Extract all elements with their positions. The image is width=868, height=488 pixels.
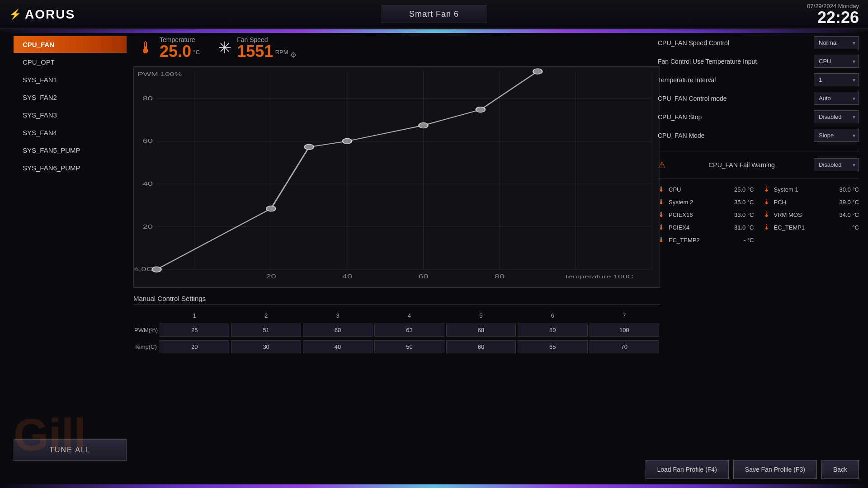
fan-stop-select[interactable]: DisabledEnabled (814, 110, 859, 123)
fanspeed-value: 1551 (237, 42, 273, 61)
temp-sensor-name: System 2 (669, 199, 731, 206)
temp-input-7[interactable] (590, 340, 659, 353)
temp-input-label: Fan Control Use Temperature Input (658, 58, 814, 65)
fail-warning-label: CPU_FAN Fail Warning (708, 161, 775, 169)
curve-point-6 (476, 107, 485, 113)
temp-unit: °C (193, 49, 200, 56)
temp-input-4[interactable] (374, 340, 444, 353)
fail-warning-select[interactable]: DisabledEnabled (814, 158, 859, 171)
thermometer-icon: 🌡 (138, 38, 154, 57)
load-profile-button[interactable]: Load Fan Profile (F4) (646, 460, 729, 479)
temperature-stat: 🌡 Temperature 25.0 °C (138, 36, 200, 60)
temp-sensor-value: - °C (744, 237, 754, 244)
pwm-input-7[interactable] (590, 324, 659, 337)
temp-sensor-icon: 🌡 (658, 223, 665, 231)
temp-sensor-value: 35.0 °C (734, 199, 754, 206)
svg-text:20: 20 (266, 273, 276, 280)
manual-control-table: 1234567 PWM(%)Temp(C) (133, 310, 660, 355)
curve-point-2 (266, 206, 275, 211)
temp-sensor-icon: 🌡 (763, 223, 770, 231)
temp-sensor-value: 33.0 °C (734, 211, 754, 218)
datetime-display: 07/29/2024 Monday 22:26 (807, 3, 859, 26)
temp-sensor-icon: 🌡 (658, 198, 665, 206)
control-mode-select[interactable]: AutoManual (814, 92, 859, 105)
control-mode-label: CPU_FAN Control mode (658, 95, 814, 102)
tune-all-button[interactable]: TUNE ALL (14, 439, 127, 461)
speed-control-select[interactable]: NormalSilentTurboFull Speed (814, 36, 859, 49)
temp-input-5[interactable] (446, 340, 516, 353)
save-profile-button[interactable]: Save Fan Profile (F3) (733, 460, 817, 479)
temp-sensor-value: 25.0 °C (734, 186, 754, 193)
temp-interval-select-wrapper[interactable]: 12345 (814, 73, 859, 86)
sidebar-item-sys-fan4[interactable]: SYS_FAN4 (14, 124, 127, 141)
pwm-input-2[interactable] (231, 324, 301, 337)
fail-warning-select-wrapper[interactable]: DisabledEnabled (814, 158, 859, 171)
sidebar-item-cpu-fan[interactable]: CPU_FAN (14, 36, 127, 53)
temp-input-6[interactable] (518, 340, 587, 353)
temp-sensor-name: VRM MOS (774, 211, 836, 218)
fan-mode-select[interactable]: SlopeStaircase (814, 129, 859, 142)
curve-point-3 (305, 144, 314, 150)
fan-mode-label: CPU_FAN Mode (658, 132, 814, 139)
top-decoration-bar (0, 29, 868, 33)
temp-sensor-ec_temp1: 🌡 EC_TEMP1 - °C (763, 223, 859, 231)
sidebar-item-sys-fan3[interactable]: SYS_FAN3 (14, 107, 127, 123)
fan-mode-select-wrapper[interactable]: SlopeStaircase (814, 129, 859, 142)
temp-sensor-ec_temp2: 🌡 EC_TEMP2 - °C (658, 236, 754, 244)
temp-sensor-pciex4: 🌡 PCIEX4 31.0 °C (658, 223, 754, 231)
temp-sensor-system-2: 🌡 System 2 35.0 °C (658, 198, 754, 206)
pwm-input-4[interactable] (374, 324, 444, 337)
temp-input-select-wrapper[interactable]: CPUSystem 1System 2PCH (814, 55, 859, 68)
control-mode-select-wrapper[interactable]: AutoManual (814, 92, 859, 105)
pwm-input-1[interactable] (160, 324, 229, 337)
temps-divider (658, 178, 859, 178)
warning-icon: ⚠ (658, 160, 666, 170)
temp-interval-select[interactable]: 12345 (814, 73, 859, 86)
temp-input-3[interactable] (303, 340, 373, 353)
temp-sensor-name: PCH (774, 199, 836, 206)
sidebar-item-sys-fan6_pump[interactable]: SYS_FAN6_PUMP (14, 160, 127, 176)
sidebar-item-sys-fan1[interactable]: SYS_FAN1 (14, 71, 127, 88)
manual-col-header-4: 4 (373, 310, 445, 322)
speed-control-label: CPU_FAN Speed Control (658, 39, 814, 47)
bottom-decoration-bar (0, 484, 868, 488)
temp-interval-label: Temperature Interval (658, 76, 814, 84)
fan-stop-select-wrapper[interactable]: DisabledEnabled (814, 110, 859, 123)
svg-text:60: 60 (418, 273, 429, 280)
manual-control-title: Manual Control Settings (133, 295, 660, 305)
temp-sensor-system-1: 🌡 System 1 30.0 °C (763, 185, 859, 193)
temp-row: Temp(C) (133, 338, 660, 355)
temp-sensor-value: 31.0 °C (734, 224, 754, 231)
pwm-input-6[interactable] (518, 324, 587, 337)
time-display: 22:26 (807, 9, 859, 26)
main-content-area: 🌡 Temperature 25.0 °C ✳ Fan Speed 1551 R… (133, 36, 660, 470)
temp-sensor-value: 39.0 °C (839, 199, 859, 206)
back-button[interactable]: Back (821, 460, 859, 479)
pwm-input-3[interactable] (303, 324, 373, 337)
speed-control-select-wrapper[interactable]: NormalSilentTurboFull Speed (814, 36, 859, 49)
settings-icon[interactable]: ⚙ (290, 51, 297, 59)
temp-sensor-name: CPU (669, 186, 731, 193)
temp-sensor-vrm-mos: 🌡 VRM MOS 34.0 °C (763, 211, 859, 219)
fan-curve-chart[interactable]: 0%,0C 20 40 60 80 PWM 100% 20 40 60 80 T… (133, 66, 660, 288)
temp-sensor-pch: 🌡 PCH 39.0 °C (763, 198, 859, 206)
settings-divider (658, 151, 859, 151)
curve-point-1 (152, 267, 161, 272)
temp-sensor-icon: 🌡 (658, 236, 665, 244)
temp-input-1[interactable] (160, 340, 229, 353)
sidebar-item-sys-fan2[interactable]: SYS_FAN2 (14, 89, 127, 106)
temp-sensor-name: PCIEX16 (669, 211, 731, 218)
svg-text:80: 80 (143, 95, 153, 102)
temp-input-select[interactable]: CPUSystem 1System 2PCH (814, 55, 859, 68)
sidebar-item-cpu-opt[interactable]: CPU_OPT (14, 54, 127, 70)
manual-col-header-6: 6 (517, 310, 588, 322)
svg-rect-0 (134, 67, 660, 287)
temp-sensor-icon: 🌡 (763, 198, 770, 206)
app-title: Smart Fan 6 (382, 5, 486, 23)
pwm-input-5[interactable] (446, 324, 516, 337)
temp-input-2[interactable] (231, 340, 301, 353)
sidebar-item-sys-fan5_pump[interactable]: SYS_FAN5_PUMP (14, 142, 127, 159)
fan-mode-row: CPU_FAN Mode SlopeStaircase (658, 129, 859, 142)
manual-col-header-7: 7 (589, 310, 660, 322)
temp-sensor-value: - °C (849, 224, 859, 231)
